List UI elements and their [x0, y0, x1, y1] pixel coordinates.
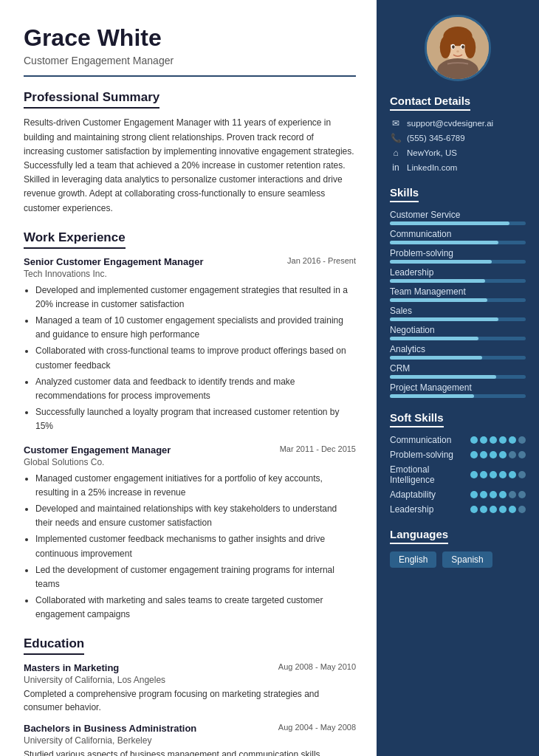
dot: [480, 491, 487, 498]
summary-text: Results-driven Customer Engagement Manag…: [24, 116, 356, 215]
job-title-1: Customer Engagement Manager: [24, 444, 171, 456]
summary-section: Professional Summary Results-driven Cust…: [24, 90, 356, 215]
job-entry-0: Senior Customer Engagement Manager Jan 2…: [24, 256, 356, 434]
dot: [518, 471, 526, 478]
edu-desc-1: Studied various aspects of business mana…: [24, 748, 356, 756]
dot: [518, 436, 526, 444]
dot: [470, 451, 478, 458]
svg-point-6: [464, 36, 476, 58]
dots: [470, 436, 526, 444]
skill-bar-bg: [390, 375, 526, 379]
dot: [470, 491, 478, 498]
dot: [509, 471, 516, 478]
soft-skill-label: Adaptability: [390, 489, 470, 500]
dots: [470, 506, 526, 513]
svg-point-11: [456, 50, 459, 52]
soft-skill-item: Emotional Intelligence: [390, 464, 526, 485]
soft-skills-list: Communication Problem-solving Emotional …: [390, 435, 526, 515]
skill-bar-bg: [390, 221, 526, 225]
skill-item: Problem-solving: [390, 248, 526, 264]
location-icon: ⌂: [390, 148, 402, 158]
dot: [509, 491, 516, 498]
skill-label: Communication: [390, 229, 526, 239]
soft-skill-item: Adaptability: [390, 489, 526, 500]
contact-linkedin: in LinkedIn.com: [390, 162, 526, 173]
candidate-name: Grace White: [24, 24, 356, 52]
avatar-wrapper: [390, 15, 526, 81]
edu-desc-0: Completed a comprehensive program focusi…: [24, 687, 356, 714]
skill-item: Customer Service: [390, 210, 526, 225]
name-section: Grace White Customer Engagement Manager: [24, 24, 356, 66]
job-bullets-1: Managed customer engagement initiatives …: [24, 472, 356, 622]
skill-bar-fill: [390, 317, 498, 321]
dots: [470, 471, 526, 478]
dot: [470, 506, 478, 513]
dot: [470, 436, 478, 444]
dot: [480, 471, 487, 478]
soft-skills-section: Soft Skills Communication Problem-solvin…: [390, 411, 526, 515]
svg-point-9: [452, 45, 455, 49]
skill-item: Project Management: [390, 382, 526, 398]
bullet: Successfully launched a loyalty program …: [35, 405, 356, 433]
dot: [499, 436, 507, 444]
dot: [470, 471, 478, 478]
skill-bar-bg: [390, 317, 526, 321]
edu-degree-0: Masters in Marketing: [24, 662, 119, 673]
edu-school-0: University of California, Los Angeles: [24, 675, 356, 685]
bullet: Managed customer engagement initiatives …: [35, 472, 356, 500]
dot: [480, 436, 487, 444]
skill-label: Team Management: [390, 286, 526, 297]
email-value: support@cvdesigner.ai: [407, 119, 493, 128]
bullet: Analyzed customer data and feedback to i…: [35, 375, 356, 403]
edu-entry-1: Bachelors in Business Administration Aug…: [24, 723, 356, 756]
skill-bar-bg: [390, 298, 526, 302]
location-value: NewYork, US: [407, 148, 457, 157]
bullet: Led the development of customer engageme…: [35, 563, 356, 591]
languages-section: Languages EnglishSpanish: [390, 528, 526, 568]
skill-item: Analytics: [390, 344, 526, 360]
dot: [509, 451, 516, 458]
edu-date-0: Aug 2008 - May 2010: [278, 662, 356, 671]
header-divider: [24, 75, 356, 77]
job-date-0: Jan 2016 - Present: [287, 256, 356, 265]
education-section: Education Masters in Marketing Aug 2008 …: [24, 636, 356, 756]
skill-bar-bg: [390, 394, 526, 398]
dot: [490, 451, 497, 458]
dot: [518, 451, 526, 458]
work-experience-section: Work Experience Senior Customer Engageme…: [24, 230, 356, 622]
edu-school-1: University of California, Berkeley: [24, 735, 356, 746]
edu-entry-0: Masters in Marketing Aug 2008 - May 2010…: [24, 662, 356, 714]
dot: [499, 471, 507, 478]
company-0: Tech Innovations Inc.: [24, 269, 356, 279]
skill-bar-fill: [390, 375, 496, 379]
skill-label: Leadership: [390, 267, 526, 278]
skill-bar-fill: [390, 279, 485, 283]
dots: [470, 451, 526, 458]
skill-bar-fill: [390, 221, 509, 225]
linkedin-icon: in: [390, 162, 402, 173]
language-tag: English: [390, 551, 436, 568]
skill-item: CRM: [390, 363, 526, 379]
skill-item: Leadership: [390, 267, 526, 283]
dot: [490, 491, 497, 498]
dot: [480, 506, 487, 513]
dot: [509, 436, 516, 444]
skill-label: CRM: [390, 363, 526, 374]
skill-item: Communication: [390, 229, 526, 244]
bullet: Collaborated with cross-functional teams…: [35, 344, 356, 372]
bullet: Managed a team of 10 customer engagement…: [35, 314, 356, 342]
skill-item: Sales: [390, 306, 526, 321]
job-entry-1: Customer Engagement Manager Mar 2011 - D…: [24, 444, 356, 622]
skill-item: Team Management: [390, 286, 526, 302]
dot: [490, 471, 497, 478]
skill-label: Negotiation: [390, 325, 526, 335]
contact-location: ⌂ NewYork, US: [390, 148, 526, 158]
bullet: Implemented customer feedback mechanisms…: [35, 532, 356, 560]
soft-skill-label: Problem-solving: [390, 450, 470, 460]
svg-point-5: [440, 36, 451, 58]
linkedin-value: LinkedIn.com: [407, 163, 457, 172]
edu-date-1: Aug 2004 - May 2008: [278, 723, 356, 732]
dot: [518, 506, 526, 513]
education-heading: Education: [24, 636, 84, 655]
contact-heading: Contact Details: [390, 94, 470, 111]
